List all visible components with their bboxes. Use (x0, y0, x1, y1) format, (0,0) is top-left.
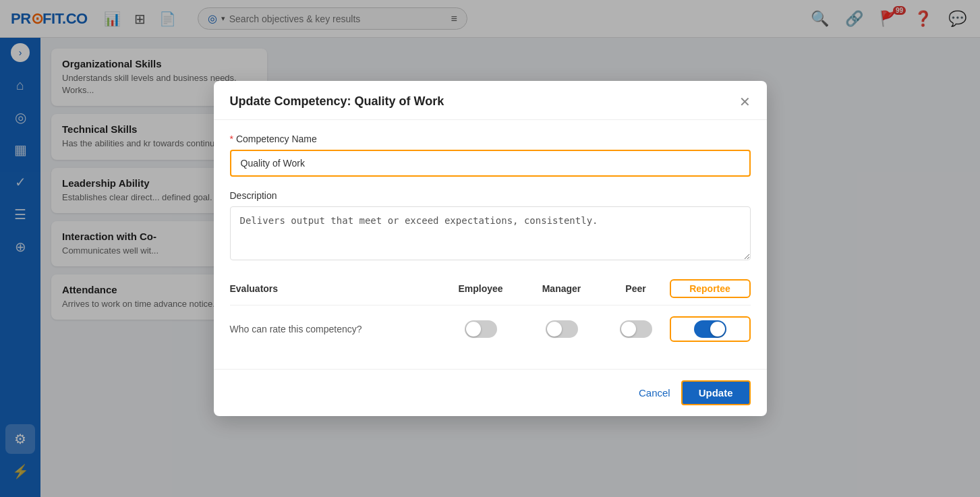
description-textarea[interactable]: Delivers output that meet or exceed expe… (230, 206, 751, 260)
peer-toggle[interactable] (620, 320, 652, 338)
manager-toggle-wrapper (521, 320, 602, 338)
evaluators-col-manager: Manager (521, 283, 602, 294)
modal-title: Update Competency: Quality of Work (230, 94, 444, 109)
evaluators-header: Evaluators Employee Manager Peer Reporte… (230, 279, 751, 305)
modal-body: * Competency Name Description Delivers o… (214, 120, 767, 369)
manager-toggle[interactable] (546, 320, 578, 338)
description-label: Description (230, 190, 751, 201)
employee-toggle[interactable] (465, 320, 497, 338)
update-competency-modal: Update Competency: Quality of Work ✕ * C… (214, 81, 767, 416)
evaluators-col-employee: Employee (440, 283, 521, 294)
competency-name-input[interactable] (230, 150, 751, 177)
description-group: Description Delivers output that meet or… (230, 190, 751, 263)
competency-name-label: * Competency Name (230, 134, 751, 144)
evaluators-row: Who can rate this competency? (230, 305, 751, 353)
evaluators-col-peer: Peer (602, 283, 670, 294)
cancel-button[interactable]: Cancel (639, 387, 670, 399)
reportee-toggle[interactable] (694, 320, 726, 338)
evaluators-question: Who can rate this competency? (230, 324, 440, 334)
close-button[interactable]: ✕ (739, 95, 751, 109)
evaluators-section: Evaluators Employee Manager Peer Reporte… (230, 279, 751, 353)
evaluators-col-label: Evaluators (230, 283, 440, 294)
update-button[interactable]: Update (681, 380, 751, 405)
competency-name-group: * Competency Name (230, 134, 751, 177)
reportee-toggle-wrapper (670, 316, 751, 342)
modal-header: Update Competency: Quality of Work ✕ (214, 81, 767, 120)
modal-footer: Cancel Update (214, 369, 767, 416)
evaluators-col-reportee: Reportee (670, 279, 751, 298)
employee-toggle-wrapper (440, 320, 521, 338)
peer-toggle-wrapper (602, 320, 670, 338)
required-asterisk: * (230, 134, 233, 144)
modal-overlay: Update Competency: Quality of Work ✕ * C… (0, 0, 980, 497)
